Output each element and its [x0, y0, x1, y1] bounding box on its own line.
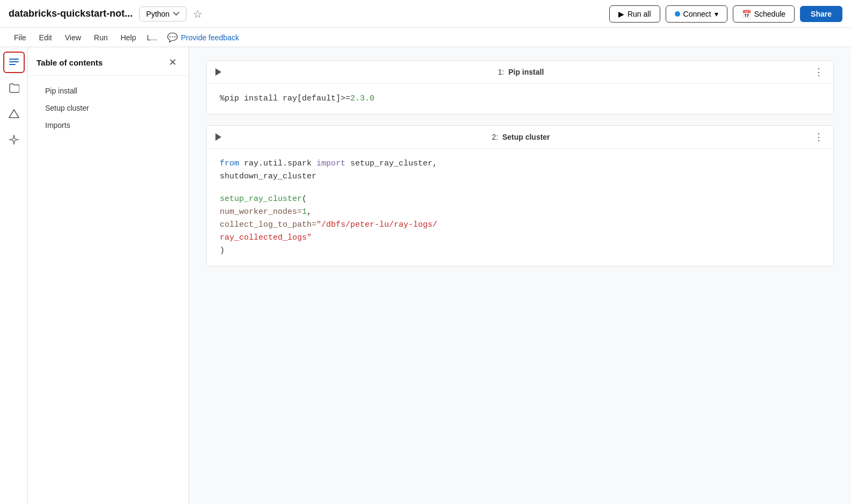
code-blank-line	[220, 183, 820, 193]
sidebar-header: Table of contents ✕	[28, 47, 189, 76]
param-str-key: collect_log_to_path=	[220, 220, 316, 229]
feedback-label: Provide feedback	[181, 33, 239, 42]
param-str-val: "/dbfs/peter-lu/ray-logs/	[316, 220, 437, 229]
cell-1-name: Pip install	[508, 68, 544, 76]
topbar: databricks-quickstart-not... Python ☆ ▶ …	[0, 0, 851, 28]
chevron-down-icon	[173, 11, 179, 17]
run-all-label: Run all	[628, 10, 651, 18]
svg-rect-1	[9, 61, 19, 62]
open-paren: (	[302, 195, 307, 204]
rail-shapes-icon[interactable]	[3, 103, 25, 125]
svg-rect-0	[9, 59, 19, 60]
menu-run[interactable]: Run	[89, 31, 113, 44]
code-line-2: shutdown_ray_cluster	[220, 170, 820, 183]
code-line-5: collect_log_to_path="/dbfs/peter-lu/ray-…	[220, 219, 820, 232]
cell-2: 2: Setup cluster ⋮ from ray.util.spark i…	[206, 125, 834, 267]
cell-2-menu-button[interactable]: ⋮	[814, 131, 825, 143]
sidebar-panel: Table of contents ✕ Pip install Setup cl…	[28, 47, 189, 504]
menu-help[interactable]: Help	[115, 31, 141, 44]
fn-name: setup_ray_cluster	[220, 195, 302, 204]
cell-1-body: %pip install ray[default]>=2.3.0	[207, 84, 833, 114]
notebook-title: databricks-quickstart-not...	[9, 8, 133, 19]
close-paren: )	[220, 246, 225, 255]
cell-1-header: 1: Pip install ⋮	[207, 61, 833, 84]
feedback-icon: 💬	[167, 32, 178, 42]
menu-ellipsis[interactable]: L...	[143, 31, 160, 44]
folder-icon	[9, 82, 19, 94]
pip-version: 2.3.0	[350, 94, 374, 103]
from-keyword: from	[220, 159, 239, 168]
cell-1-title: 1: Pip install	[228, 68, 814, 76]
toc-item-setup-cluster[interactable]: Setup cluster	[28, 99, 189, 117]
import-keyword: import	[316, 159, 345, 168]
feedback-button[interactable]: 💬 Provide feedback	[163, 30, 243, 45]
cell-2-name: Setup cluster	[502, 133, 550, 141]
cell-2-header: 2: Setup cluster ⋮	[207, 126, 833, 149]
main-layout: Table of contents ✕ Pip install Setup cl…	[0, 47, 851, 504]
rail-files-icon[interactable]	[3, 77, 25, 99]
shapes-icon	[8, 108, 20, 120]
connect-status-dot	[675, 11, 680, 17]
param-num-val: 1	[302, 207, 307, 217]
toc-item-label: Setup cluster	[45, 104, 89, 112]
play-icon	[215, 68, 221, 76]
connect-button[interactable]: Connect ▾	[666, 5, 727, 23]
cell-1-number: 1:	[498, 68, 507, 76]
code-line-3: setup_ray_cluster(	[220, 193, 820, 206]
toc-item-imports[interactable]: Imports	[28, 117, 189, 134]
notebook-area: 1: Pip install ⋮ %pip install ray[defaul…	[189, 47, 851, 504]
module-name: ray.util.spark	[244, 159, 316, 168]
code-line-7: )	[220, 244, 820, 257]
code-line-1: from ray.util.spark import setup_ray_clu…	[220, 157, 820, 170]
svg-rect-2	[9, 64, 16, 65]
cell-1-run-button[interactable]	[215, 68, 221, 76]
code-line-6: ray_collected_logs"	[220, 232, 820, 244]
toc-list: Pip install Setup cluster Imports	[28, 76, 189, 140]
table-of-contents-icon	[8, 56, 20, 68]
rail-toc-icon[interactable]	[3, 52, 25, 73]
topbar-actions: ▶ Run all Connect ▾ 📅 Schedule Share	[609, 5, 842, 23]
share-button[interactable]: Share	[800, 6, 842, 22]
star-icon[interactable]: ☆	[193, 8, 203, 20]
cell-1: 1: Pip install ⋮ %pip install ray[defaul…	[206, 60, 834, 114]
cell-2-title: 2: Setup cluster	[228, 133, 814, 141]
share-label: Share	[811, 10, 832, 18]
cell-2-body: from ray.util.spark import setup_ray_clu…	[207, 149, 833, 266]
param-str-val-2: ray_collected_logs"	[220, 233, 312, 242]
import-name: setup_ray_cluster,	[350, 159, 437, 168]
toc-item-label: Pip install	[45, 87, 77, 95]
play-icon: ▶	[618, 10, 624, 18]
run-all-button[interactable]: ▶ Run all	[609, 5, 660, 23]
cell-2-number: 2:	[492, 133, 500, 141]
pip-magic: %pip install ray[default]>=	[220, 94, 350, 103]
connect-chevron-icon: ▾	[715, 10, 718, 18]
sparkle-icon	[8, 134, 20, 146]
language-selector[interactable]: Python	[139, 6, 186, 21]
language-label: Python	[146, 10, 170, 18]
toc-item-label: Imports	[45, 121, 70, 129]
param-comma: ,	[307, 207, 312, 217]
toc-item-pip-install[interactable]: Pip install	[28, 82, 189, 99]
svg-marker-3	[9, 110, 19, 118]
icon-rail	[0, 47, 28, 504]
import-name-2: shutdown_ray_cluster	[220, 172, 316, 181]
menubar: File Edit View Run Help L... 💬 Provide f…	[0, 28, 851, 47]
connect-label: Connect	[683, 10, 711, 18]
play-icon	[215, 133, 221, 141]
sidebar-close-button[interactable]: ✕	[165, 55, 180, 70]
schedule-button[interactable]: 📅 Schedule	[733, 5, 795, 23]
menu-view[interactable]: View	[60, 31, 86, 44]
schedule-label: Schedule	[754, 10, 785, 18]
param-num-key: num_worker_nodes=	[220, 207, 302, 217]
sidebar-title: Table of contents	[37, 58, 103, 67]
menu-edit[interactable]: Edit	[34, 31, 57, 44]
calendar-icon: 📅	[742, 10, 751, 18]
cell-1-menu-button[interactable]: ⋮	[814, 66, 825, 78]
code-line-4: num_worker_nodes=1,	[220, 206, 820, 219]
rail-sparkle-icon[interactable]	[3, 129, 25, 150]
cell-2-run-button[interactable]	[215, 133, 221, 141]
menu-file[interactable]: File	[9, 31, 32, 44]
